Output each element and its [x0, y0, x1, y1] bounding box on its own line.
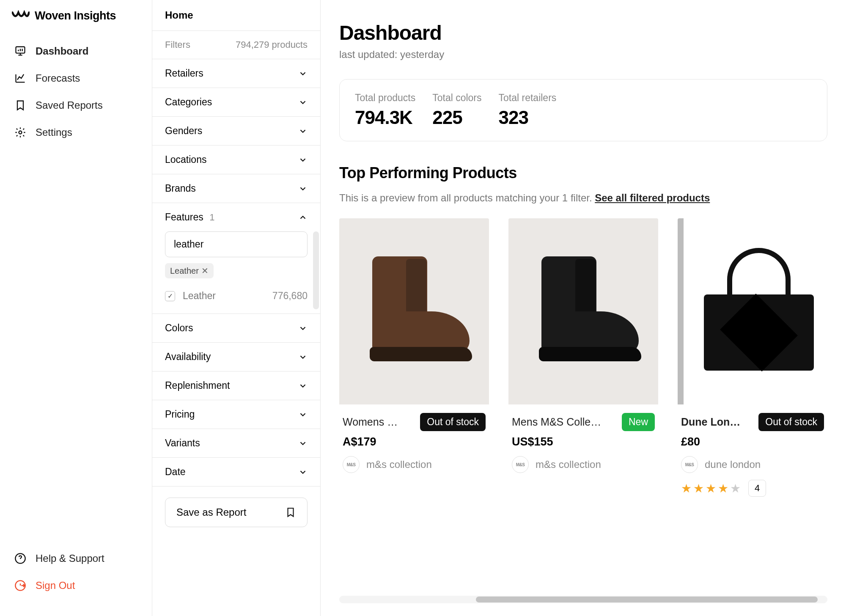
product-name: Dune Lon…	[681, 416, 754, 428]
chevron-down-icon	[298, 184, 308, 193]
brand-name: m&s collection	[536, 459, 601, 470]
see-all-filtered-link[interactable]: See all filtered products	[595, 192, 710, 204]
checkbox-checked-icon[interactable]: ✓	[165, 291, 175, 301]
chevron-down-icon	[298, 98, 308, 107]
feature-tag-leather[interactable]: Leather ✕	[165, 263, 214, 278]
rating-count: 4	[748, 480, 766, 497]
brand-row: M&S dune london	[681, 456, 824, 473]
scrollbar[interactable]	[313, 231, 319, 309]
product-price: A$179	[343, 435, 486, 448]
filter-replenishment[interactable]: Replenishment	[152, 371, 320, 400]
help-support-label: Help & Support	[36, 553, 104, 564]
svg-point-1	[19, 131, 22, 134]
nav-dashboard-label: Dashboard	[36, 45, 88, 57]
nav-settings[interactable]: Settings	[7, 119, 145, 146]
sign-out-icon	[14, 580, 26, 591]
filters-header: Home	[152, 0, 320, 31]
brand-name: Woven Insights	[35, 9, 116, 22]
product-image	[339, 218, 489, 404]
brand-avatar: M&S	[343, 456, 360, 473]
gear-icon	[14, 126, 26, 138]
new-badge: New	[622, 413, 655, 431]
product-card[interactable]: Dune Lon… Out of stock £80 M&S dune lond…	[678, 218, 827, 501]
bookmark-icon	[285, 507, 296, 518]
chevron-down-icon	[298, 324, 308, 333]
filter-genders[interactable]: Genders	[152, 117, 320, 145]
filter-features[interactable]: Features 1	[152, 203, 320, 231]
chevron-up-icon	[298, 213, 308, 222]
brand-row: M&S m&s collection	[343, 456, 486, 473]
sidebar: Woven Insights Dashboard Forecasts Saved…	[0, 0, 152, 616]
filter-retailers[interactable]: Retailers	[152, 59, 320, 88]
filter-brands[interactable]: Brands	[152, 174, 320, 203]
stat-total-colors: Total colors 225	[432, 92, 481, 128]
nav-forecasts-label: Forecasts	[36, 72, 80, 84]
features-body: Leather ✕ ✓ Leather 776,680	[152, 231, 320, 314]
scrollbar-thumb[interactable]	[476, 597, 818, 602]
product-price: £80	[681, 435, 824, 448]
filters-summary: Filters 794,279 products	[152, 31, 320, 59]
product-name: Mens M&S Colle…	[512, 416, 618, 428]
section-title-top-products: Top Performing Products	[339, 164, 827, 182]
line-chart-icon	[14, 72, 26, 84]
product-image	[508, 218, 658, 404]
stock-badge: Out of stock	[758, 413, 824, 431]
chevron-down-icon	[298, 352, 308, 362]
brand-name: m&s collection	[366, 459, 432, 470]
save-as-report-button[interactable]: Save as Report	[165, 498, 308, 527]
nav-saved-reports-label: Saved Reports	[36, 99, 103, 111]
chevron-down-icon	[298, 468, 308, 477]
brand-row: M&S m&s collection	[512, 456, 655, 473]
last-updated: last updated: yesterday	[339, 49, 827, 60]
nav-settings-label: Settings	[36, 126, 72, 138]
stat-total-retailers: Total retailers 323	[499, 92, 557, 128]
feature-option-leather[interactable]: ✓ Leather 776,680	[165, 284, 308, 305]
filter-colors[interactable]: Colors	[152, 314, 320, 342]
chevron-down-icon	[298, 381, 308, 390]
filter-variants[interactable]: Variants	[152, 429, 320, 457]
stock-badge: Out of stock	[420, 413, 486, 431]
features-search-input[interactable]	[165, 231, 308, 257]
chevron-down-icon	[298, 410, 308, 419]
brand-name: dune london	[705, 459, 761, 470]
presentation-chart-icon	[14, 45, 26, 57]
main-content: Dashboard last updated: yesterday Total …	[321, 0, 846, 616]
chevron-down-icon	[298, 69, 308, 78]
feature-option-count: 776,680	[272, 290, 308, 302]
chevron-down-icon	[298, 126, 308, 136]
features-applied-count: 1	[209, 212, 214, 223]
product-card[interactable]: Womens … Out of stock A$179 M&S m&s coll…	[339, 218, 489, 501]
sign-out-label: Sign Out	[36, 580, 75, 591]
filter-pricing[interactable]: Pricing	[152, 400, 320, 429]
chevron-down-icon	[298, 155, 308, 165]
sign-out[interactable]: Sign Out	[7, 572, 145, 599]
star-rating-icon: ★★★★★	[681, 481, 742, 495]
product-price: US$155	[512, 435, 655, 448]
chevron-down-icon	[298, 439, 308, 448]
filter-date[interactable]: Date	[152, 458, 320, 486]
nav-forecasts[interactable]: Forecasts	[7, 65, 145, 92]
filter-locations[interactable]: Locations	[152, 146, 320, 174]
brand-row: Woven Insights	[0, 0, 152, 35]
filters-panel: Home Filters 794,279 products Retailers …	[152, 0, 321, 616]
nav-saved-reports[interactable]: Saved Reports	[7, 92, 145, 119]
brand-avatar: M&S	[681, 456, 698, 473]
horizontal-scrollbar[interactable]	[339, 596, 827, 603]
bookmark-icon	[14, 99, 26, 111]
page-title: Dashboard	[339, 21, 827, 44]
primary-nav: Dashboard Forecasts Saved Reports Settin…	[0, 35, 152, 536]
product-image	[678, 218, 827, 404]
product-name: Womens …	[343, 416, 416, 428]
filter-availability[interactable]: Availability	[152, 343, 320, 371]
nav-dashboard[interactable]: Dashboard	[7, 38, 145, 65]
filters-label: Filters	[165, 39, 190, 50]
stat-total-products: Total products 794.3K	[355, 92, 415, 128]
close-icon[interactable]: ✕	[201, 266, 209, 276]
rating-row: ★★★★★ 4	[681, 480, 824, 497]
brand-avatar: M&S	[512, 456, 529, 473]
filter-categories[interactable]: Categories	[152, 88, 320, 116]
help-support[interactable]: Help & Support	[7, 545, 145, 572]
brand-logo-icon	[12, 10, 30, 22]
stats-card: Total products 794.3K Total colors 225 T…	[339, 79, 827, 141]
product-card[interactable]: Mens M&S Colle… New US$155 M&S m&s colle…	[508, 218, 658, 501]
